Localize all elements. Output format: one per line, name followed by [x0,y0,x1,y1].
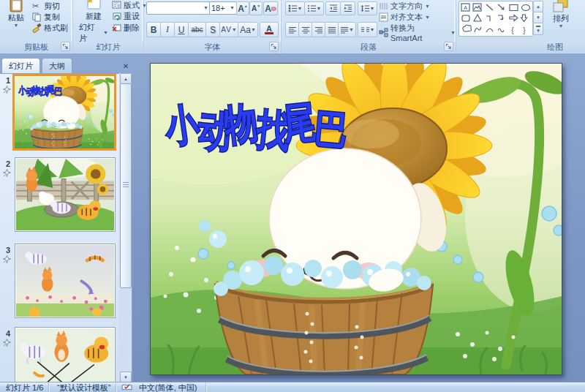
slide-canvas[interactable] [150,63,562,375]
align-text-button[interactable]: 对齐文本▼ [379,12,430,23]
convert-smartart-button[interactable]: 转换为 SmartArt▼ [379,23,456,42]
gallery-more-button[interactable]: ▬▼ [533,23,543,35]
shapes-gallery-scrollbar[interactable]: ▲ ▼ ▬▼ [533,1,543,35]
line-spacing-button[interactable]: ▼ [358,1,377,15]
grow-font-button[interactable]: A▲ [236,1,249,15]
slides-group-label: 幻灯片 [73,42,143,53]
italic-button[interactable]: I [160,22,175,37]
shapes-gallery[interactable]: A [458,1,533,37]
new-slide-icon [86,0,102,11]
scrollbar-up-button[interactable]: ▲ [120,73,132,84]
gallery-scroll-up[interactable]: ▲ [533,1,543,12]
status-template-name[interactable]: “默认设计模板” [57,383,110,392]
justify-icon [328,26,336,34]
align-center-button[interactable] [298,22,312,37]
tab-slides[interactable]: 幻灯片 [1,58,40,73]
scrollbar-thumb[interactable] [120,83,132,288]
text-direction-label: 文字方向 [390,1,423,12]
numbering-button[interactable]: ▼ [304,1,324,15]
new-slide-label1: 新建 [86,11,102,22]
columns-icon [361,26,370,34]
scrollbar-down-button[interactable]: ▼ [120,372,132,382]
strikethrough-button[interactable]: abc [188,22,206,37]
paste-button[interactable]: 粘贴 ▼ [4,0,29,28]
reset-icon [112,12,121,21]
delete-icon [112,23,121,33]
decrease-indent-icon [329,4,338,12]
slide-thumbnail-4[interactable] [15,327,116,382]
status-separator [48,383,49,392]
delete-button[interactable]: 删除 [112,23,140,34]
paragraph-dialog-launcher[interactable] [444,42,453,51]
text-shadow-button[interactable]: S [205,22,220,37]
bullets-button[interactable]: ▼ [285,1,305,15]
quick-styles-button[interactable]: 快速样式 ▼ [579,0,585,29]
new-slide-button[interactable]: 新建 幻灯片 ▼ [79,0,108,44]
font-size-value: 18+ [211,4,225,12]
panel-close-button[interactable]: ✕ [120,60,132,72]
slide-image [151,64,562,374]
slide-thumbnail-2[interactable] [15,157,116,232]
delete-label: 删除 [124,23,140,34]
font-dialog-launcher[interactable] [269,42,279,51]
layout-icon [112,1,121,10]
copy-label: 复制 [44,12,60,23]
font-name-combo[interactable]: ▼ [146,1,211,15]
paste-dropdown-arrow[interactable]: ▼ [14,23,19,28]
align-right-button[interactable] [312,22,325,37]
paste-label: 粘贴 [8,12,24,23]
copy-icon [32,12,42,22]
arrange-dropdown-arrow[interactable]: ▼ [559,24,564,29]
character-spacing-button[interactable]: AV▼ [219,22,238,37]
ribbon: 粘贴 ▼ ✂ 剪切 复制 格式刷 剪贴板 [0,0,585,54]
align-left-icon [288,26,297,34]
slide-thumbnail-3[interactable] [15,244,116,318]
new-slide-dropdown-arrow[interactable]: ▼ [103,31,108,35]
tab-outline[interactable]: 大纲 [42,58,72,73]
arrange-button[interactable]: 排列 ▼ [547,0,575,29]
layout-button[interactable]: 版式 ▼ [112,0,147,11]
font-size-combo[interactable]: 18+▼ [209,1,237,15]
increase-indent-button[interactable] [340,1,355,15]
align-text-label: 对齐文本 [390,12,423,23]
paragraph-group-label: 段落 [282,42,456,53]
distribute-button[interactable]: ▼ [338,22,356,37]
status-separator [205,383,206,392]
scrollbar-grip [123,182,129,183]
underline-button[interactable]: U [174,22,189,37]
format-painter-button[interactable]: 格式刷 [32,23,68,34]
change-case-button[interactable]: Aa▼ [238,22,258,37]
smartart-icon [379,28,388,37]
text-direction-icon [379,1,388,11]
status-slide-indicator[interactable]: 幻灯片 1/6 [6,383,43,392]
svg-text:{: { [511,26,514,34]
cut-label: 剪切 [44,1,60,12]
status-separator [116,383,116,392]
bold-button[interactable]: B [146,22,161,37]
shrink-font-button[interactable]: A▼ [249,1,263,15]
slide-1-animation-star-icon [3,86,11,94]
status-language[interactable]: 中文(简体, 中国) [139,383,197,392]
font-color-button[interactable]: A [260,22,279,37]
gallery-scroll-down[interactable]: ▼ [533,12,543,23]
arrange-icon [552,0,570,13]
clipboard-dialog-launcher[interactable] [61,42,70,51]
spell-check-icon[interactable] [121,383,132,392]
arrange-label: 排列 [553,13,569,24]
copy-button[interactable]: 复制 [32,12,60,23]
columns-button[interactable]: ▼ [358,22,377,37]
text-direction-button[interactable]: 文字方向▼ [379,1,430,12]
clear-formatting-button[interactable]: A [263,1,278,15]
dialog-launcher-icon [445,43,452,50]
reset-button[interactable]: 重设 [112,11,140,22]
numbering-icon [307,4,317,12]
justify-button[interactable] [325,22,339,37]
slide-thumbnail-1[interactable] [12,74,116,151]
line-spacing-icon [361,4,370,12]
panel-tab-bar: 幻灯片 大纲 ✕ [1,57,132,73]
panel-scrollbar[interactable]: ▲ ▼ [119,73,132,382]
cut-button[interactable]: ✂ 剪切 [32,1,60,12]
powerpoint-window: 粘贴 ▼ ✂ 剪切 复制 格式刷 剪贴板 [0,0,585,392]
align-left-button[interactable] [285,22,299,37]
decrease-indent-button[interactable] [325,1,341,15]
